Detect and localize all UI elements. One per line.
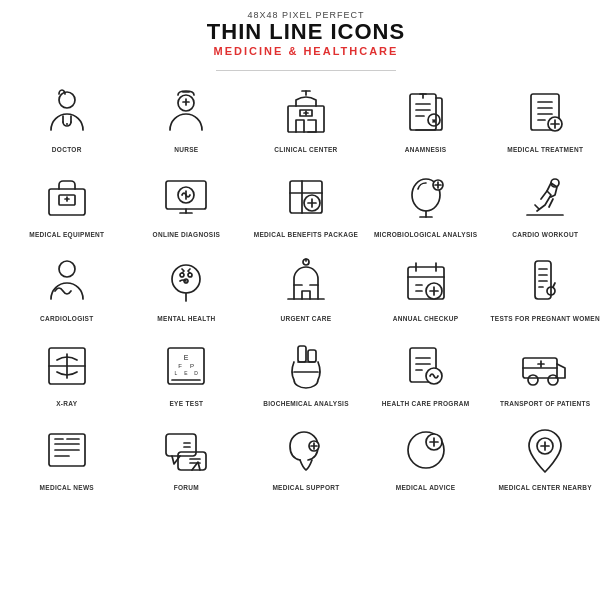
svg-text:D: D [195,370,199,376]
icon-clinical-center: CLINICAL CENTER [247,76,365,156]
category-label: MEDICINE & HEALTHCARE [207,45,405,57]
svg-text:F: F [179,363,183,369]
icon-medical-benefits: MEDICAL BENEFITS PACKAGE [247,161,365,241]
biochemical-label: BIOCHEMICAL ANALYSIS [263,400,349,408]
icon-transport: TRANSPORT OF PATIENTS [486,330,604,410]
icon-cardiologist: CARDIOLOGIST [8,245,126,325]
divider [216,70,396,71]
nurse-label: NURSE [174,146,198,154]
svg-rect-86 [308,350,316,362]
icon-medical-treatment: MEDICAL TREATMENT [486,76,604,156]
main-title: THIN LINE ICONS [207,20,405,44]
svg-text:L: L [175,370,178,376]
cardiologist-label: CARDIOLOGIST [40,315,93,323]
icon-eye-test: E F P L E D EYE TEST [128,330,246,410]
svg-rect-29 [49,189,85,215]
svg-point-96 [548,375,558,385]
clinical-center-label: CLINICAL CENTER [274,146,337,154]
healthcare-program-label: HEALTH CARE PROGRAM [382,400,470,408]
medical-benefits-label: MEDICAL BENEFITS PACKAGE [254,231,358,239]
svg-text:E: E [185,370,189,376]
icon-forum: FORUM [128,414,246,494]
icon-xray: X-RAY [8,330,126,410]
icon-cardio-workout: CARDIO WORKOUT [486,161,604,241]
icon-annual-checkup: ANNUAL CHECKUP [367,245,485,325]
icon-pregnant-test: TESTS FOR PREGNANT WOMEN [486,245,604,325]
icon-nurse: NURSE [128,76,246,156]
microbiological-label: MICROBIOLOGICAL ANALYSIS [374,231,477,239]
icon-biochemical: BIOCHEMICAL ANALYSIS [247,330,365,410]
icon-urgent-care: URGENT CARE [247,245,365,325]
pregnant-test-label: TESTS FOR PREGNANT WOMEN [490,315,599,323]
medical-news-label: MEDICAL NEWS [40,484,94,492]
svg-text:E: E [184,354,189,361]
urgent-care-label: URGENT CARE [281,315,332,323]
annual-checkup-label: ANNUAL CHECKUP [393,315,458,323]
eye-test-label: EYE TEST [169,400,203,408]
svg-point-3 [66,123,68,125]
medical-advice-label: MEDICAL ADVICE [396,484,456,492]
medical-equipment-label: MEDICAL EQUIPMENT [29,231,104,239]
icon-doctor: DOCTOR [8,76,126,156]
svg-point-52 [59,261,75,277]
icon-grid: DOCTOR NURSE [8,76,604,494]
icon-medical-equipment: MEDICAL EQUIPMENT [8,161,126,241]
icon-healthcare-program: HEALTH CARE PROGRAM [367,330,485,410]
icon-medical-news: MEDICAL NEWS [8,414,126,494]
xray-label: X-RAY [56,400,77,408]
svg-point-95 [528,375,538,385]
cardio-workout-label: CARDIO WORKOUT [512,231,578,239]
icon-medical-advice: MEDICAL ADVICE [367,414,485,494]
transport-label: TRANSPORT OF PATIENTS [500,400,591,408]
icon-anamnesis: ANAMNESIS [367,76,485,156]
svg-point-0 [59,92,75,108]
icon-mental-health: MENTAL HEALTH [128,245,246,325]
forum-label: FORUM [174,484,199,492]
medical-center-label: MEDICAL CENTER NEARBY [498,484,592,492]
medical-treatment-label: MEDICAL TREATMENT [507,146,583,154]
online-diagnosis-label: ONLINE DIAGNOSIS [153,231,221,239]
mental-health-label: MENTAL HEALTH [157,315,215,323]
icon-microbiological: MICROBIOLOGICAL ANALYSIS [367,161,485,241]
svg-text:P: P [190,363,194,369]
svg-rect-13 [410,94,436,130]
svg-rect-69 [535,261,551,299]
anamnesis-label: ANAMNESIS [405,146,447,154]
medical-support-label: MEDICAL SUPPORT [272,484,339,492]
icon-medical-support: MEDICAL SUPPORT [247,414,365,494]
svg-rect-107 [178,452,206,470]
svg-rect-85 [298,346,306,362]
icon-medical-center: MEDICAL CENTER NEARBY [486,414,604,494]
page-header: 48x48 PIXEL PERFECT THIN LINE ICONS MEDI… [207,10,405,57]
doctor-label: DOCTOR [52,146,82,154]
icon-online-diagnosis: ONLINE DIAGNOSIS [128,161,246,241]
